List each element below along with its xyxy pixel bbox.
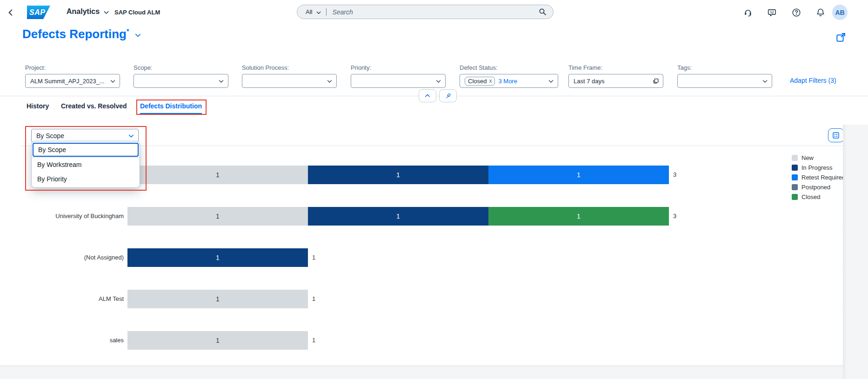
page-margin-right [843,125,868,379]
bar-total-label: 1 [312,290,315,308]
filter-label: Time Frame: [568,64,663,72]
headset-icon[interactable] [743,8,753,17]
tab-history[interactable]: History [27,102,49,114]
bar-total-label: 3 [673,166,676,184]
legend-label: In Progress [801,164,832,171]
shell-bar: SAP Analytics SAP Cloud ALM All Search A… [0,0,868,25]
help-icon[interactable] [792,8,801,17]
filter-defect-status: Defect Status: Closedx 3 More [460,64,558,88]
adapt-filters-link[interactable]: Adapt Filters (3) [790,77,836,84]
search-separator [326,8,327,16]
chevron-down-icon [435,78,441,84]
sap-logo[interactable]: SAP [27,6,50,19]
legend-swatch [792,184,798,190]
filter-label: Defect Status: [460,64,558,72]
legend-swatch [792,174,798,180]
project-value: ALM Summit_APJ_2023_... [30,78,110,85]
app-title-label: Analytics [67,7,100,16]
search-bar[interactable]: All Search [297,5,554,19]
legend-swatch [792,165,798,171]
shell-actions [743,0,825,25]
avatar[interactable]: AB [832,5,848,20]
time-frame-value: Last 7 days [574,78,652,85]
collapse-header-button[interactable] [419,89,436,102]
chevron-down-icon[interactable] [134,32,141,39]
filter-label: Priority: [351,64,446,72]
legend-item-new[interactable]: New [792,153,845,163]
back-button[interactable] [5,7,17,19]
filter-label: Solution Process: [242,64,337,72]
chevron-down-icon [327,78,333,84]
value-help-icon[interactable] [652,78,659,85]
bar-segment-closed[interactable]: 1 [488,207,669,226]
pin-icon [445,93,452,100]
share-icon[interactable] [835,32,847,43]
filter-solution-process: Solution Process: [242,64,337,88]
chevron-down-icon [548,78,554,84]
status-token-label: Closed [468,78,487,85]
bar-segment-new[interactable]: 1 [127,290,308,308]
page-margin-bottom [0,365,843,379]
chevron-down-icon[interactable] [316,10,321,15]
legend-item-retest-required[interactable]: Retest Required [792,173,845,182]
defect-status-select[interactable]: Closedx 3 More [460,74,558,88]
bar-row: (Not Assigned)11 [20,248,843,267]
bar-segment-new[interactable]: 1 [127,166,308,184]
filter-label: Scope: [134,64,228,72]
legend-item-postponed[interactable]: Postponed [792,182,845,192]
bar-segment-retest-required[interactable]: 1 [488,166,669,184]
page-title-row: Defects Reporting* [22,27,141,41]
bar-total-label: 1 [312,248,315,267]
legend-swatch [792,194,798,200]
app-title-menu[interactable]: Analytics [67,7,109,16]
filter-priority: Priority: [351,64,446,88]
bar-segment-in-progress[interactable]: 1 [308,166,488,184]
legend-label: New [801,154,814,161]
pin-header-button[interactable] [439,89,457,102]
filter-tags: Tags: [677,64,772,88]
project-select[interactable]: ALM Summit_APJ_2023_... [25,74,120,88]
legend-item-in-progress[interactable]: In Progress [792,163,845,173]
tags-select[interactable] [677,74,772,88]
legend-swatch [792,155,798,161]
unsaved-indicator: * [127,27,129,35]
bar-chart: 1113University of Buckingham1113(Not Ass… [20,125,843,365]
legend-label: Closed [801,193,820,200]
filter-project: Project: ALM Summit_APJ_2023_... [25,64,120,88]
popup-option-by-workstream[interactable]: By Workstream [32,158,140,172]
bar-segment-in-progress[interactable]: 1 [308,207,488,226]
back-icon [7,8,15,17]
token-remove-icon[interactable]: x [489,78,492,84]
bar-segment-in-progress[interactable]: 1 [127,248,308,267]
legend-item-closed[interactable]: Closed [792,192,845,202]
time-frame-input[interactable]: Last 7 days [568,74,663,88]
search-input[interactable]: Search [332,8,539,16]
chevron-down-icon [218,78,224,84]
status-token[interactable]: Closedx [465,77,495,86]
chevron-up-icon [424,93,431,99]
bar-total-label: 1 [312,331,315,350]
tab-created-vs-resolved[interactable]: Created vs. Resolved [61,102,127,114]
bar-segment-new[interactable]: 1 [127,207,308,226]
feedback-icon[interactable] [768,8,777,17]
priority-select[interactable] [351,74,446,88]
chevron-down-icon [103,9,109,15]
search-icon[interactable] [539,8,547,16]
category-label: ALM Test [20,290,124,308]
chevron-down-icon [110,78,116,84]
tab-defects-distribution[interactable]: Defects Distribution [140,102,202,114]
bar-segment-new[interactable]: 1 [127,331,308,350]
search-scope-select[interactable]: All [306,8,312,15]
bar-row: University of Buckingham1113 [20,207,843,226]
notifications-icon[interactable] [816,8,825,17]
popup-option-by-priority[interactable]: By Priority [32,172,140,186]
solution-process-select[interactable] [242,74,337,88]
defects-distribution-card: By Scope 1113University of Buckingham111… [20,125,843,365]
category-label: sales [20,331,124,350]
category-label: University of Buckingham [20,207,124,226]
more-tokens-link[interactable]: 3 More [498,78,548,85]
filter-label: Project: [25,64,120,72]
legend-label: Retest Required [801,174,845,181]
scope-select[interactable] [134,74,228,88]
popup-option-by-scope[interactable]: By Scope [33,143,139,157]
